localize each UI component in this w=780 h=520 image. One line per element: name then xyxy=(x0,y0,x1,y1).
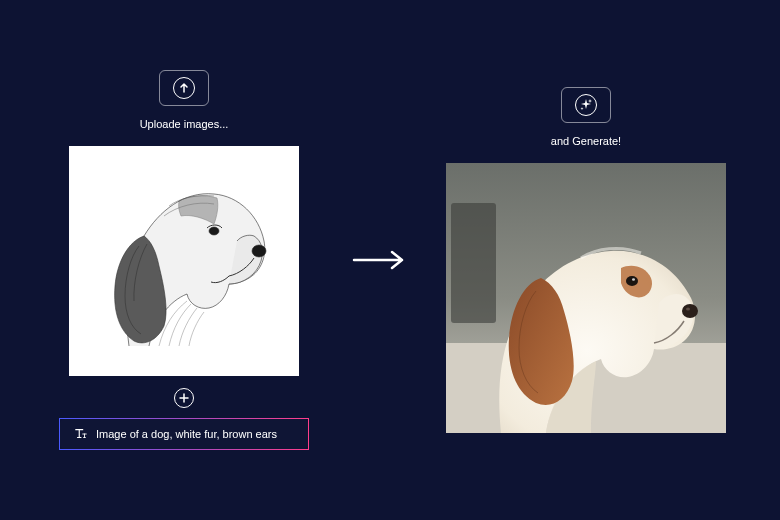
svg-point-2 xyxy=(209,227,219,235)
generate-icon-box[interactable] xyxy=(561,87,611,123)
dog-photo-icon xyxy=(446,163,726,433)
dog-sketch-icon xyxy=(69,146,299,376)
generated-image xyxy=(446,163,726,433)
svg-point-8 xyxy=(626,276,638,286)
upload-caption: Uploade images... xyxy=(140,118,229,130)
svg-point-7 xyxy=(686,308,690,311)
text-type-icon xyxy=(74,427,88,441)
uploaded-image[interactable] xyxy=(69,146,299,376)
sparkle-icon xyxy=(575,94,597,116)
workflow-container: Uploade images... xyxy=(0,0,780,520)
upload-icon-box[interactable] xyxy=(159,70,209,106)
upload-panel: Uploade images... xyxy=(54,70,314,450)
plus-icon xyxy=(179,393,189,403)
arrow-column xyxy=(352,250,408,270)
arrow-right-icon xyxy=(352,250,408,270)
prompt-input[interactable]: Image of a dog, white fur, brown ears xyxy=(59,418,309,450)
generate-caption: and Generate! xyxy=(551,135,621,147)
svg-rect-5 xyxy=(451,203,496,323)
add-prompt-button[interactable] xyxy=(174,388,194,408)
upload-arrow-icon xyxy=(173,77,195,99)
generate-panel: and Generate! xyxy=(446,87,726,433)
svg-point-1 xyxy=(252,245,266,257)
svg-point-9 xyxy=(632,278,635,280)
prompt-text: Image of a dog, white fur, brown ears xyxy=(96,428,277,440)
svg-point-6 xyxy=(682,304,698,318)
